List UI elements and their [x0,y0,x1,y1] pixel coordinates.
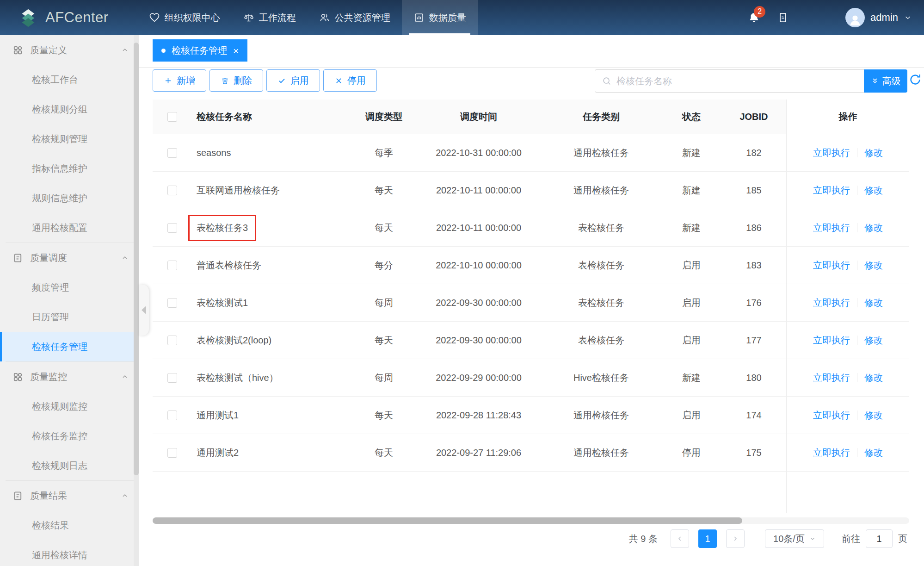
top-navbar: AFCenter 组织权限中心工作流程公共资源管理数据质量 2 admin [0,0,924,35]
row-checkbox[interactable] [167,373,177,383]
row-checkbox[interactable] [167,411,177,420]
modify-link[interactable]: 修改 [864,297,883,309]
nav-item-public-resources[interactable]: 公共资源管理 [308,0,402,35]
sidebar-collapse-handle[interactable] [139,285,149,336]
execute-now-link[interactable]: 立即执行 [813,184,850,197]
chevron-down-icon [809,535,816,542]
sidebar-group-quality-results[interactable]: 质量结果 [0,481,139,510]
user-menu[interactable]: admin [845,8,912,27]
modify-link[interactable]: 修改 [864,409,883,422]
column-header-actions: 操作 [786,100,909,134]
page-1-button[interactable]: 1 [698,529,717,548]
delete-button[interactable]: 删除 [209,69,263,92]
sidebar-group-quality-monitoring[interactable]: 质量监控 [0,362,139,392]
row-checkbox[interactable] [167,336,177,345]
chevron-up-icon [121,492,129,499]
execute-now-link[interactable]: 立即执行 [813,409,850,422]
page-size-select[interactable]: 10条/页 [765,529,824,548]
execute-now-link[interactable]: 立即执行 [813,297,850,309]
sidebar-group-quality-scheduling[interactable]: 质量调度 [0,243,139,273]
execute-now-link[interactable]: 立即执行 [813,447,850,459]
execute-now-link[interactable]: 立即执行 [813,259,850,272]
select-all-checkbox[interactable] [167,112,177,122]
row-checkbox[interactable] [167,261,177,270]
sidebar-item-general-check-config[interactable]: 通用检核配置 [0,213,139,243]
close-icon[interactable]: × [233,46,239,56]
sidebar-group-quality-definition[interactable]: 质量定义 [0,35,139,65]
task-category-cell: 通用检核任务 [548,134,654,171]
prev-page-button[interactable] [671,529,689,548]
nav-item-org-permission-center[interactable]: 组织权限中心 [137,0,232,35]
row-checkbox[interactable] [167,448,177,458]
brand[interactable]: AFCenter [18,7,109,28]
refresh-icon[interactable] [908,73,922,87]
schedule-type-cell: 每天 [358,397,409,434]
execute-now-link[interactable]: 立即执行 [813,147,850,159]
jobid-cell: 177 [728,322,779,359]
schedule-time-cell: 2022-10-11 00:00:00 [409,209,548,246]
actions-cell: 立即执行修改 [786,172,909,209]
execute-now-link[interactable]: 立即执行 [813,372,850,384]
task-name-cell: 表检核测试2(loop) [192,322,358,359]
add-button[interactable]: 新增 [153,69,206,92]
row-checkbox[interactable] [167,186,177,195]
sidebar-item-check-rule-monitor[interactable]: 检核规则监控 [0,392,139,421]
main-content: 检核任务管理 × 新增删除启用停用 高级 检核任务名称调度类型调度时间任务类别状… [139,35,924,566]
schedule-type-cell: 每天 [358,434,409,471]
enable-button[interactable]: 启用 [266,69,320,92]
row-checkbox[interactable] [167,223,177,233]
modify-link[interactable]: 修改 [864,147,883,159]
sidebar-item-check-rule-management[interactable]: 检核规则管理 [0,124,139,154]
execute-now-link[interactable]: 立即执行 [813,222,850,234]
horizontal-scrollbar-thumb[interactable] [153,517,742,524]
next-page-button[interactable] [726,529,745,548]
schedule-time-cell: 2022-10-11 00:00:00 [409,172,548,209]
task-category-cell: 表检核任务 [548,284,654,321]
advanced-button[interactable]: 高级 [864,69,907,93]
modify-link[interactable]: 修改 [864,222,883,234]
sidebar-scrollbar-thumb[interactable] [134,43,139,475]
sidebar-scrollbar[interactable] [134,35,139,566]
modify-link[interactable]: 修改 [864,372,883,384]
divider [857,261,857,270]
execute-now-link[interactable]: 立即执行 [813,334,850,347]
sidebar-item-check-rule-log[interactable]: 检核规则日志 [0,451,139,480]
search-input[interactable] [616,76,857,87]
goto-page-input[interactable] [866,529,893,548]
sidebar-item-check-task-management[interactable]: 检核任务管理 [0,332,139,361]
modify-link[interactable]: 修改 [864,447,883,459]
sidebar-item-indicator-info-maintenance[interactable]: 指标信息维护 [0,154,139,183]
sidebar-item-general-check-details[interactable]: 通用检核详情 [0,540,139,566]
nav-item-workflow[interactable]: 工作流程 [232,0,308,35]
sidebar-item-calendar-management[interactable]: 日历管理 [0,302,139,332]
sidebar-item-check-rule-group[interactable]: 检核规则分组 [0,94,139,124]
divider [857,373,857,382]
horizontal-scrollbar[interactable] [153,517,909,524]
toolbar: 新增删除启用停用 [153,69,377,92]
sidebar-item-check-workbench[interactable]: 检核工作台 [0,65,139,94]
task-name: 互联网通用检核任务 [197,184,280,197]
modify-link[interactable]: 修改 [864,334,883,347]
tab-label: 检核任务管理 [172,44,227,57]
table-row: 表检核测试1每周2022-09-30 00:00:00表检核任务启用176立即执… [153,284,909,322]
sidebar-item-rule-info-maintenance[interactable]: 规则信息维护 [0,183,139,213]
chevron-up-icon [121,373,129,380]
notifications-button[interactable]: 2 [748,12,760,24]
disable-button[interactable]: 停用 [323,69,377,92]
modify-link[interactable]: 修改 [864,184,883,197]
modify-link[interactable]: 修改 [864,259,883,272]
sidebar-item-frequency-management[interactable]: 频度管理 [0,273,139,302]
row-checkbox[interactable] [167,298,177,308]
schedule-type-cell: 每季 [358,134,409,171]
docs-button[interactable] [777,12,789,24]
schedule-time-cell: 2022-09-30 00:00:00 [409,322,548,359]
chevron-left-icon [142,306,146,314]
row-checkbox[interactable] [167,148,177,158]
tab-check-task-management[interactable]: 检核任务管理 × [153,39,247,62]
nav-item-data-quality[interactable]: 数据质量 [402,0,478,35]
sidebar-item-check-results[interactable]: 检核结果 [0,510,139,540]
table-row: 互联网通用检核任务每天2022-10-11 00:00:00通用检核任务新建18… [153,172,909,209]
divider [857,148,857,157]
sidebar-item-check-task-monitor[interactable]: 检核任务监控 [0,421,139,451]
divider [857,448,857,457]
